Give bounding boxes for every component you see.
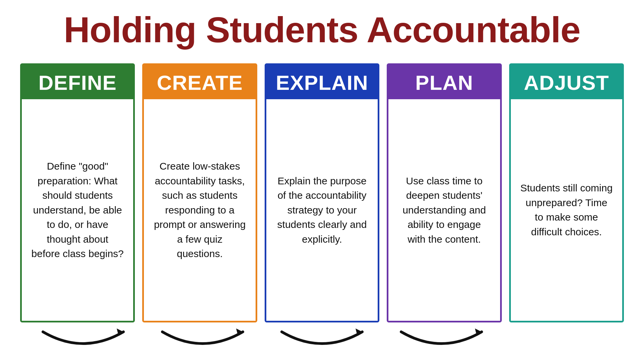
card-header-plan: PLAN: [388, 65, 500, 99]
card-header-define: DEFINE: [22, 65, 133, 99]
card-body-text-define: Define "good" preparation: What should s…: [31, 159, 124, 261]
arrow-3: [262, 325, 382, 355]
card-body-adjust: Students still coming unprepared? Time t…: [511, 99, 622, 321]
card-explain: EXPLAINExplain the purpose of the accoun…: [265, 63, 379, 322]
card-plan: PLANUse class time to deepen students' u…: [387, 63, 501, 322]
card-label-plan: PLAN: [415, 72, 473, 93]
arrow-2: [143, 325, 262, 355]
card-label-adjust: ADJUST: [524, 72, 609, 93]
card-body-text-create: Create low-stakes accountability tasks, …: [153, 159, 246, 261]
card-body-text-explain: Explain the purpose of the accountabilit…: [276, 174, 368, 247]
arrow-5-empty: [501, 325, 621, 355]
card-body-text-plan: Use class time to deepen students' under…: [398, 174, 490, 247]
arrow-1: [23, 325, 143, 355]
arrows-row: [20, 325, 624, 355]
card-header-adjust: ADJUST: [511, 65, 622, 99]
card-body-create: Create low-stakes accountability tasks, …: [144, 99, 255, 321]
card-label-create: CREATE: [157, 72, 243, 93]
card-label-define: DEFINE: [39, 72, 117, 93]
card-create: CREATECreate low-stakes accountability t…: [142, 63, 257, 322]
cards-container: DEFINEDefine "good" preparation: What sh…: [20, 63, 624, 322]
card-header-create: CREATE: [144, 65, 255, 99]
card-body-explain: Explain the purpose of the accountabilit…: [266, 99, 378, 321]
card-define: DEFINEDefine "good" preparation: What sh…: [20, 63, 135, 322]
card-header-explain: EXPLAIN: [266, 65, 378, 99]
card-label-explain: EXPLAIN: [276, 72, 368, 93]
arrow-4: [382, 325, 501, 355]
card-adjust: ADJUSTStudents still coming unprepared? …: [509, 63, 624, 322]
page-title: Holding Students Accountable: [64, 10, 580, 50]
card-body-plan: Use class time to deepen students' under…: [388, 99, 500, 321]
card-body-text-adjust: Students still coming unprepared? Time t…: [520, 181, 613, 239]
card-body-define: Define "good" preparation: What should s…: [22, 99, 133, 321]
